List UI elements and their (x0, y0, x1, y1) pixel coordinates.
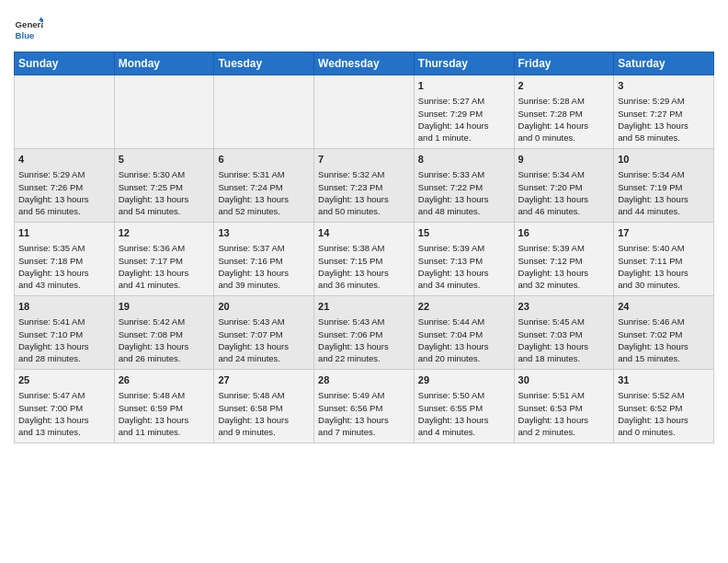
day-info-line: Sunset: 7:04 PM (418, 328, 510, 340)
day-cell: 1Sunrise: 5:27 AMSunset: 7:29 PMDaylight… (414, 75, 514, 149)
week-row-2: 4Sunrise: 5:29 AMSunset: 7:26 PMDaylight… (15, 149, 714, 223)
day-cell: 9Sunrise: 5:34 AMSunset: 7:20 PMDaylight… (514, 149, 614, 223)
day-info-line: Sunrise: 5:29 AM (18, 168, 110, 180)
day-info-line: Sunrise: 5:48 AM (218, 389, 310, 401)
day-info-line: Daylight: 13 hours (618, 340, 710, 352)
day-number: 18 (18, 300, 110, 314)
day-info-line: and 56 minutes. (18, 205, 110, 217)
day-number: 9 (518, 153, 610, 167)
day-info-line: Sunrise: 5:51 AM (518, 389, 610, 401)
logo: General Blue (14, 15, 43, 44)
day-number: 13 (218, 226, 310, 240)
day-info-line: Sunrise: 5:52 AM (618, 389, 710, 401)
day-info-line: Daylight: 13 hours (218, 340, 310, 352)
day-info-line: Sunset: 7:13 PM (418, 255, 510, 267)
day-info-line: Sunset: 7:15 PM (318, 255, 410, 267)
day-info-line: Sunrise: 5:37 AM (218, 242, 310, 254)
day-info-line: Sunrise: 5:46 AM (618, 316, 710, 327)
day-number: 10 (618, 153, 710, 167)
day-info-line: Daylight: 13 hours (618, 193, 710, 205)
day-cell: 6Sunrise: 5:31 AMSunset: 7:24 PMDaylight… (214, 149, 314, 223)
day-number: 11 (18, 226, 110, 240)
day-number: 30 (518, 373, 610, 387)
day-info-line: and 0 minutes. (618, 426, 710, 438)
day-info-line: Daylight: 13 hours (18, 340, 110, 352)
day-number: 27 (218, 373, 310, 387)
day-number: 29 (418, 373, 510, 387)
day-info-line: Sunset: 7:17 PM (119, 255, 210, 267)
day-info-line: and 1 minute. (418, 132, 510, 144)
day-number: 19 (119, 300, 210, 314)
day-info-line: Sunset: 6:53 PM (518, 402, 610, 414)
day-info-line: and 18 minutes. (518, 352, 610, 364)
day-cell: 27Sunrise: 5:48 AMSunset: 6:58 PMDayligh… (214, 370, 314, 443)
day-info-line: Daylight: 13 hours (119, 193, 210, 205)
day-info-line: Sunset: 7:22 PM (418, 181, 510, 193)
day-info-line: and 24 minutes. (218, 352, 310, 364)
day-number: 12 (119, 226, 210, 240)
day-info-line: Daylight: 13 hours (218, 193, 310, 205)
day-cell: 11Sunrise: 5:35 AMSunset: 7:18 PMDayligh… (15, 223, 115, 296)
weekday-saturday: Saturday (614, 52, 714, 75)
day-info-line: and 50 minutes. (318, 205, 410, 217)
day-cell: 18Sunrise: 5:41 AMSunset: 7:10 PMDayligh… (15, 296, 115, 370)
day-info-line: Daylight: 14 hours (418, 120, 510, 132)
day-info-line: and 0 minutes. (518, 132, 610, 144)
day-info-line: Sunrise: 5:41 AM (18, 316, 110, 327)
day-info-line: Sunset: 7:03 PM (518, 328, 610, 340)
day-number: 24 (618, 300, 710, 314)
day-info-line: and 30 minutes. (618, 279, 710, 291)
day-number: 8 (418, 153, 510, 167)
day-info-line: Sunrise: 5:34 AM (618, 168, 710, 180)
day-info-line: Daylight: 13 hours (18, 414, 110, 426)
day-cell: 2Sunrise: 5:28 AMSunset: 7:28 PMDaylight… (514, 75, 614, 149)
weekday-monday: Monday (114, 52, 214, 75)
svg-text:General: General (16, 19, 43, 29)
main-container: General Blue SundayMondayTuesdayWednesda… (0, 0, 728, 453)
day-info-line: Daylight: 13 hours (119, 340, 210, 352)
day-info-line: Daylight: 13 hours (418, 414, 510, 426)
day-info-line: Sunrise: 5:30 AM (119, 168, 210, 180)
day-info-line: and 2 minutes. (518, 426, 610, 438)
day-info-line: and 48 minutes. (418, 205, 510, 217)
day-info-line: Daylight: 13 hours (518, 267, 610, 279)
day-info-line: Daylight: 13 hours (518, 414, 610, 426)
day-info-line: Daylight: 13 hours (518, 340, 610, 352)
day-info-line: Sunrise: 5:35 AM (18, 242, 110, 254)
day-info-line: and 28 minutes. (18, 352, 110, 364)
day-cell: 13Sunrise: 5:37 AMSunset: 7:16 PMDayligh… (214, 223, 314, 296)
day-info-line: Sunset: 7:12 PM (518, 255, 610, 267)
day-info-line: and 54 minutes. (119, 205, 210, 217)
day-cell: 22Sunrise: 5:44 AMSunset: 7:04 PMDayligh… (414, 296, 514, 370)
day-number: 23 (518, 300, 610, 314)
day-info-line: Daylight: 13 hours (318, 414, 410, 426)
day-info-line: Sunset: 7:18 PM (18, 255, 110, 267)
day-number: 1 (418, 79, 510, 93)
day-info-line: Sunrise: 5:27 AM (418, 95, 510, 107)
day-info-line: Sunset: 6:55 PM (418, 402, 510, 414)
day-info-line: Sunrise: 5:38 AM (318, 242, 410, 254)
day-number: 31 (618, 373, 710, 387)
day-info-line: Sunset: 7:27 PM (618, 108, 710, 120)
day-info-line: Sunset: 7:10 PM (18, 328, 110, 340)
day-cell (114, 75, 214, 149)
day-number: 14 (318, 226, 410, 240)
header: General Blue (14, 9, 714, 44)
weekday-friday: Friday (514, 52, 614, 75)
calendar-table: SundayMondayTuesdayWednesdayThursdayFrid… (14, 52, 714, 443)
day-info-line: Sunset: 7:00 PM (18, 402, 110, 414)
day-number: 20 (218, 300, 310, 314)
day-info-line: and 22 minutes. (318, 352, 410, 364)
day-info-line: Sunset: 6:58 PM (218, 402, 310, 414)
day-info-line: and 39 minutes. (218, 279, 310, 291)
day-info-line: and 11 minutes. (119, 426, 210, 438)
day-info-line: Sunrise: 5:44 AM (418, 316, 510, 327)
day-cell: 3Sunrise: 5:29 AMSunset: 7:27 PMDaylight… (614, 75, 714, 149)
day-info-line: and 13 minutes. (18, 426, 110, 438)
day-cell: 26Sunrise: 5:48 AMSunset: 6:59 PMDayligh… (114, 370, 214, 443)
day-info-line: and 43 minutes. (18, 279, 110, 291)
day-cell: 15Sunrise: 5:39 AMSunset: 7:13 PMDayligh… (414, 223, 514, 296)
day-cell: 25Sunrise: 5:47 AMSunset: 7:00 PMDayligh… (15, 370, 115, 443)
day-cell: 7Sunrise: 5:32 AMSunset: 7:23 PMDaylight… (314, 149, 415, 223)
day-info-line: Sunset: 7:28 PM (518, 108, 610, 120)
